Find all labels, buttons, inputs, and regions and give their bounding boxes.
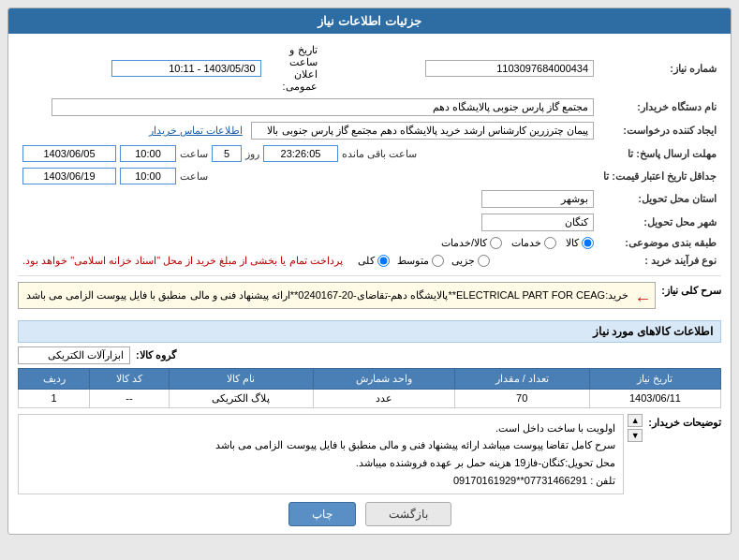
jadaval-saet-value: 10:00 <box>120 168 176 184</box>
table-cell-1: 70 <box>454 389 589 407</box>
back-button[interactable]: بازگشت <box>365 502 451 526</box>
main-panel: جزئیات اطلاعات نیاز شماره نیاز: 11030976… <box>7 7 732 535</box>
mohlat-date: 1403/06/05 <box>22 145 116 162</box>
payment-note: پرداخت تمام یا بخشی از مبلغ خرید از محل … <box>22 255 343 267</box>
radio-kolli-label: کلی <box>358 255 375 267</box>
group-label: گروه کالا: <box>136 349 176 361</box>
notes-content: اولویت با ساخت داخل است.سرح کامل تقاضا پ… <box>18 414 624 495</box>
srh-content: خرید:ELECTRICAL PART FOR CEAG**پالایشگاه… <box>26 287 647 304</box>
noe-farayand-row: نوع فرآیند خرید : جزیی متوسط <box>18 252 721 270</box>
panel-header: جزئیات اطلاعات نیاز <box>8 8 731 34</box>
radio-kala[interactable]: کالا <box>566 237 594 249</box>
col-kod: کد کالا <box>90 368 170 389</box>
table-cell-4: -- <box>90 389 170 407</box>
noe-farayand-value: جزیی متوسط کلی پرداخت تمام ی <box>18 252 599 270</box>
srh-section: سرح کلی نیاز: ← خرید:ELECTRICAL PART FOR… <box>18 282 721 315</box>
scroll-arrows: ▲ ▼ <box>628 414 643 495</box>
shomare-row: شماره نیاز: 1103097684000434 تاریخ و ساع… <box>18 41 721 96</box>
print-button[interactable]: چاپ <box>288 502 356 526</box>
tarikh-label: تاریخ و ساعت اعلان عمومی: <box>266 41 322 96</box>
ijad-value: پیمان چترزرین کارشناس ارشد خرید پالایشگا… <box>18 119 599 142</box>
col-radif: ردیف <box>19 368 90 389</box>
jadaval-date-value: 1403/06/19 <box>22 168 116 184</box>
ijad-input: پیمان چترزرین کارشناس ارشد خرید پالایشگا… <box>251 122 594 140</box>
tarikh-value: 1403/05/30 - 10:11 <box>18 41 266 96</box>
mohlat-row: مهلت ارسال پاسخ: تا ساعت باقی مانده 23:2… <box>18 142 721 165</box>
notes-wrapper: توضیحات خریدار: ▲ ▼ اولویت با ساخت داخل … <box>18 414 721 495</box>
products-table: تاریخ نیاز تعداد / مقدار واحد شمارش نام … <box>18 368 721 408</box>
radio-kolli-input[interactable] <box>377 255 390 267</box>
table-cell-5: 1 <box>19 389 90 407</box>
panel-body: شماره نیاز: 1103097684000434 تاریخ و ساع… <box>8 34 731 534</box>
group-value: ابزارآلات الکتریکی <box>18 346 130 364</box>
contact-link[interactable]: اطلاعات تماس خریدار <box>149 125 243 136</box>
col-tarikh: تاریخ نیاز <box>589 368 720 389</box>
radio-jozii-input[interactable] <box>478 255 490 267</box>
shahr-input: کنگان <box>481 214 594 231</box>
nam-dastgah-input: مجتمع گاز پارس جنوبی پالایشگاه دهم <box>52 98 595 116</box>
jadaval-label: جداقل تاریخ اعتبار قیمت: تا <box>599 165 721 187</box>
saet-label: ساعت <box>180 148 208 160</box>
mohlat-label: مهلت ارسال پاسخ: تا <box>599 142 721 165</box>
radio-khadamat[interactable]: خدمات <box>511 237 556 249</box>
panel-title: جزئیات اطلاعات نیاز <box>318 14 421 28</box>
nam-dastgah-label: نام دستگاه خریدار: <box>599 96 721 119</box>
divider-1 <box>18 275 721 276</box>
shahr-value: کنگان <box>18 211 599 234</box>
table-cell-0: 1403/06/11 <box>589 389 720 407</box>
tarikh-input: 1403/05/30 - 10:11 <box>111 60 261 77</box>
roz-value: 5 <box>212 145 242 162</box>
srh-box: ← خرید:ELECTRICAL PART FOR CEAG**پالایشگ… <box>18 282 656 309</box>
radio-kolli[interactable]: کلی <box>358 255 390 267</box>
radio-jozii-label: جزیی <box>451 255 475 267</box>
ostan-label: استان محل تحویل: <box>599 187 721 211</box>
jadaval-saet-label: ساعت <box>180 170 208 183</box>
remaining-label: ساعت باقی مانده <box>342 148 417 160</box>
roz-label: روز <box>245 148 259 160</box>
page-wrapper: جزئیات اطلاعات نیاز شماره نیاز: 11030976… <box>0 0 739 542</box>
col-tedad: تعداد / مقدار <box>454 368 589 389</box>
radio-khadamat-label: خدمات <box>511 237 541 249</box>
radio-motevaset-input[interactable] <box>432 255 444 267</box>
scroll-down-btn[interactable]: ▼ <box>628 429 643 442</box>
group-label-row: گروه کالا: ابزارآلات الکتریکی <box>18 346 721 364</box>
radio-kala-khadamat[interactable]: کالا/خدمات <box>441 237 502 249</box>
radio-jozii[interactable]: جزیی <box>451 255 490 267</box>
btn-row: بازگشت چاپ <box>18 502 721 526</box>
products-header: اطلاعات کالاهای مورد نیاز <box>18 320 721 343</box>
nam-dastgah-value: مجتمع گاز پارس جنوبی پالایشگاه دهم <box>18 96 599 119</box>
radio-khadamat-input[interactable] <box>544 237 556 249</box>
shomare-label: شماره نیاز: <box>599 41 721 96</box>
ostan-value: بوشهر <box>18 187 599 211</box>
shomare-value: 1103097684000434 <box>322 41 599 96</box>
shomare-input: 1103097684000434 <box>425 60 594 77</box>
radio-kala-input[interactable] <box>582 237 594 249</box>
ijad-row: ایجاد کننده درخواست: پیمان چترزرین کارشن… <box>18 119 721 142</box>
scroll-up-btn[interactable]: ▲ <box>628 414 643 427</box>
noe-farayand-label: نوع فرآیند خرید : <box>599 252 721 270</box>
jadaval-value: ساعت 10:00 1403/06/19 <box>18 165 599 187</box>
products-table-header-row: تاریخ نیاز تعداد / مقدار واحد شمارش نام … <box>19 368 721 389</box>
notes-container: ▲ ▼ اولویت با ساخت داخل است.سرح کامل تقا… <box>18 414 643 495</box>
shahr-label: شهر محل تحویل: <box>599 211 721 234</box>
tabaghe-label: طبقه بندی موضوعی: <box>599 234 721 252</box>
note-line: محل تحویل:کنگان-فاز19 هزینه حمل بر عهده … <box>26 454 615 472</box>
radio-kala-khadamat-input[interactable] <box>490 237 502 249</box>
srh-label: سرح کلی نیاز: <box>661 282 721 297</box>
col-name: نام کالا <box>169 368 313 389</box>
saet-value: 10:00 <box>120 145 176 162</box>
red-arrow-icon: ← <box>634 285 651 314</box>
products-table-head: تاریخ نیاز تعداد / مقدار واحد شمارش نام … <box>19 368 721 389</box>
table-row: 1403/06/1170عددپلاگ الکتریکی--1 <box>19 389 721 407</box>
notes-label: توضیحات خریدار: <box>648 414 721 429</box>
tabaghe-value: کالا/خدمات خدمات کالا <box>18 234 599 252</box>
shahr-row: شهر محل تحویل: کنگان <box>18 211 721 234</box>
radio-kala-khadamat-label: کالا/خدمات <box>441 237 487 249</box>
col-vahed: واحد شمارش <box>314 368 454 389</box>
mohlat-value: ساعت باقی مانده 23:26:05 روز 5 ساعت 10:0… <box>18 142 599 165</box>
radio-kala-label: کالا <box>566 237 579 249</box>
note-line: سرح کامل تقاضا پیوست میباشد ارائه پیشنها… <box>26 436 615 454</box>
radio-motevaset[interactable]: متوسط <box>397 255 444 267</box>
ijad-label: ایجاد کننده درخواست: <box>599 119 721 142</box>
note-line: تلفن : 07731466291**09170161929 <box>26 472 615 490</box>
